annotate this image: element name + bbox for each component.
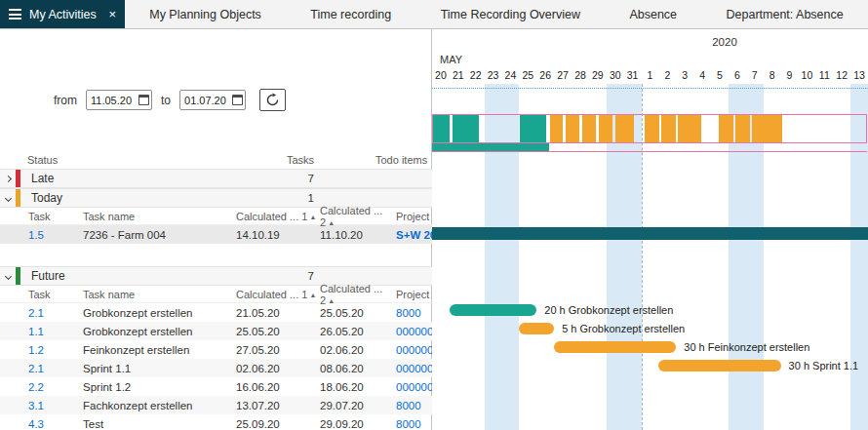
group-name: Future bbox=[20, 269, 217, 283]
status-column-header: Status bbox=[0, 154, 224, 166]
column-header-row: TaskTask nameCalculated ... 1▲Calculated… bbox=[0, 208, 432, 225]
day-header: 4 bbox=[693, 69, 711, 84]
group-row-late[interactable]: Late7 bbox=[0, 169, 432, 188]
day-header: 2 bbox=[658, 69, 676, 84]
expander-cell bbox=[0, 176, 16, 181]
task-row[interactable]: 2.1Grobkonzept erstellen21.05.2025.05.20… bbox=[0, 303, 432, 322]
task-number-link[interactable]: 2.1 bbox=[28, 307, 44, 319]
day-header: 6 bbox=[729, 69, 746, 84]
task-name: Fachkonzept erstellen bbox=[75, 400, 234, 411]
task-number-link[interactable]: 2.1 bbox=[28, 363, 44, 374]
expand-chevron-icon[interactable] bbox=[4, 272, 11, 279]
capacity-segment bbox=[615, 115, 634, 142]
gantt-bar-label: 30 h Feinkonzept erstellen bbox=[684, 341, 809, 353]
day-header: 30 bbox=[607, 69, 624, 84]
task-row[interactable]: 2.1Sprint 1.102.06.2008.06.20000000 bbox=[0, 359, 432, 377]
to-date-field[interactable] bbox=[179, 90, 246, 110]
tab-time-recording-overview[interactable]: Time Recording Overview bbox=[441, 8, 580, 21]
task-span-bar[interactable] bbox=[432, 227, 868, 240]
capacity-segment bbox=[566, 115, 579, 142]
expand-chevron-icon[interactable] bbox=[4, 194, 11, 201]
column-header-calculated-1[interactable]: Calculated ... 1▲ bbox=[234, 211, 318, 222]
day-header: 11 bbox=[815, 69, 833, 84]
day-header: 31 bbox=[624, 69, 642, 84]
todo-items-column-header: Todo items bbox=[314, 154, 427, 166]
capacity-limit-line bbox=[432, 88, 868, 89]
sort-ascending-icon[interactable]: ▲ bbox=[328, 297, 335, 304]
project-cell: 8000 bbox=[394, 400, 432, 411]
project-cell: 8000 bbox=[394, 307, 432, 319]
tab-my-planning-objects[interactable]: My Planning Objects bbox=[149, 8, 261, 21]
group-task-count: 7 bbox=[217, 173, 314, 184]
to-date-input[interactable] bbox=[184, 95, 229, 106]
table-groups: Late7Today1TaskTask nameCalculated ... 1… bbox=[0, 169, 432, 430]
column-header-task-name[interactable]: Task name bbox=[75, 289, 234, 300]
project-link[interactable]: 8000 bbox=[396, 418, 421, 430]
column-header-task[interactable]: Task bbox=[20, 289, 75, 300]
gantt-bar[interactable] bbox=[554, 341, 676, 353]
task-number-link[interactable]: 1.1 bbox=[28, 326, 44, 337]
project-cell: 000000 bbox=[394, 326, 432, 337]
hamburger-menu-icon[interactable] bbox=[9, 9, 21, 20]
project-cell: 000000 bbox=[394, 344, 432, 356]
gantt-bar-label: 30 h Sprint 1.1 bbox=[789, 360, 859, 371]
close-tab-icon[interactable]: × bbox=[108, 7, 116, 21]
calendar-icon[interactable] bbox=[138, 95, 149, 105]
column-header-task[interactable]: Task bbox=[20, 211, 75, 222]
task-number-link[interactable]: 3.1 bbox=[28, 400, 44, 411]
task-number-cell: 2.2 bbox=[20, 381, 75, 393]
column-header-calculated-2[interactable]: Calculated ... 2▲ bbox=[318, 205, 394, 228]
task-number-link[interactable]: 1.2 bbox=[28, 344, 44, 356]
gantt-body[interactable]: 20 h Grobkonzept erstellen5 h Grobkonzep… bbox=[432, 84, 868, 430]
from-date-input[interactable] bbox=[91, 95, 136, 106]
expand-chevron-icon[interactable] bbox=[4, 175, 11, 181]
group-late: Late7 bbox=[0, 169, 432, 188]
active-tab-label: My Activities bbox=[29, 8, 97, 21]
date-range-filter: from to bbox=[54, 89, 286, 111]
sort-ascending-icon[interactable]: ▲ bbox=[328, 219, 335, 226]
task-name: Grobkonzept erstellen bbox=[75, 326, 234, 337]
project-link[interactable]: S+W 20X bbox=[396, 229, 432, 241]
project-link[interactable]: 000000 bbox=[396, 326, 432, 337]
column-header-calculated-1[interactable]: Calculated ... 1▲ bbox=[234, 289, 318, 300]
column-header-row: TaskTask nameCalculated ... 1▲Calculated… bbox=[0, 286, 432, 303]
task-number-link[interactable]: 2.2 bbox=[28, 381, 44, 393]
task-number-cell: 3.1 bbox=[20, 400, 75, 411]
project-link[interactable]: 8000 bbox=[396, 400, 421, 411]
gantt-bar[interactable] bbox=[519, 323, 554, 334]
group-task-count: 1 bbox=[217, 192, 314, 204]
column-header-project[interactable]: Project bbox=[394, 289, 432, 300]
project-link[interactable]: 000000 bbox=[396, 344, 432, 356]
sort-ascending-icon[interactable]: ▲ bbox=[309, 292, 316, 298]
task-row[interactable]: 1.2Feinkonzept erstellen27.05.2002.06.20… bbox=[0, 340, 432, 359]
calendar-icon[interactable] bbox=[232, 95, 243, 105]
project-link[interactable]: 000000 bbox=[396, 381, 432, 393]
tab-department-absence[interactable]: Department: Absence bbox=[727, 8, 844, 21]
gantt-bar[interactable] bbox=[658, 360, 780, 371]
tab-my-activities[interactable]: My Activities × bbox=[0, 0, 125, 28]
project-link[interactable]: 8000 bbox=[396, 307, 421, 319]
project-link[interactable]: 000000 bbox=[396, 363, 432, 374]
sort-ascending-icon[interactable]: ▲ bbox=[309, 214, 316, 220]
column-header-calculated-2[interactable]: Calculated ... 2▲ bbox=[318, 283, 394, 306]
task-name: Sprint 1.1 bbox=[75, 363, 234, 374]
task-row[interactable]: 3.1Fachkonzept erstellen13.07.2029.07.20… bbox=[0, 396, 432, 414]
gantt-bar[interactable] bbox=[450, 304, 536, 316]
tab-absence[interactable]: Absence bbox=[629, 8, 677, 21]
column-header-project[interactable]: Project bbox=[394, 211, 432, 222]
task-row[interactable]: 1.1Grobkonzept erstellen25.05.2026.05.20… bbox=[0, 322, 432, 340]
column-header-task-name[interactable]: Task name bbox=[75, 211, 234, 222]
day-header: 26 bbox=[536, 69, 554, 84]
task-number-link[interactable]: 1.5 bbox=[28, 229, 44, 241]
task-number-link[interactable]: 4.3 bbox=[28, 418, 44, 430]
capacity-segment bbox=[453, 115, 480, 142]
capacity-segment bbox=[550, 115, 563, 142]
refresh-button[interactable] bbox=[259, 89, 286, 111]
task-row[interactable]: 1.57236 - Farm 00414.10.1911.10.20S+W 20… bbox=[0, 225, 432, 244]
from-date-field[interactable] bbox=[86, 90, 152, 110]
expander-cell bbox=[0, 274, 16, 279]
task-row[interactable]: 4.3Test25.09.2029.09.208000 bbox=[0, 414, 432, 430]
capacity-segment bbox=[433, 115, 450, 142]
task-row[interactable]: 2.2Sprint 1.216.06.2018.06.20000000 bbox=[0, 377, 432, 396]
tab-time-recording[interactable]: Time recording bbox=[310, 8, 391, 21]
